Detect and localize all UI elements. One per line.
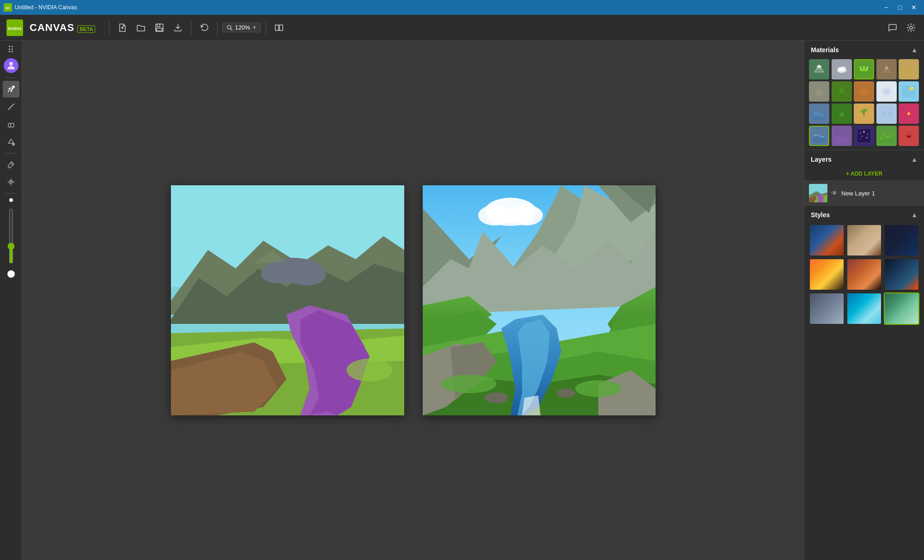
material-ice[interactable] bbox=[876, 103, 897, 124]
close-button[interactable]: ✕ bbox=[907, 1, 920, 14]
pan-tool-button[interactable] bbox=[3, 174, 19, 190]
toolbar-separator-2 bbox=[191, 21, 191, 35]
svg-marker-61 bbox=[522, 396, 541, 415]
svg-point-109 bbox=[907, 112, 910, 115]
svg-rect-102 bbox=[813, 113, 826, 120]
svg-point-117 bbox=[860, 133, 861, 134]
style-item-6[interactable] bbox=[884, 258, 919, 291]
svg-text:NVIDIA: NVIDIA bbox=[8, 26, 22, 31]
material-tree[interactable] bbox=[832, 103, 852, 124]
layers-collapse-button[interactable]: ▲ bbox=[911, 156, 918, 163]
layer-thumbnail bbox=[809, 184, 827, 202]
style-cloudy-img bbox=[847, 225, 881, 256]
style-dark-img bbox=[885, 225, 918, 256]
brush-tool-button[interactable] bbox=[3, 81, 19, 97]
svg-line-10 bbox=[231, 29, 232, 30]
svg-point-63 bbox=[557, 389, 575, 398]
maximize-button[interactable]: □ bbox=[894, 1, 906, 14]
color-picker-button[interactable] bbox=[3, 156, 19, 173]
material-beach-icon bbox=[857, 107, 870, 120]
material-water[interactable] bbox=[809, 103, 829, 124]
compare-icon bbox=[274, 23, 284, 32]
open-file-button[interactable] bbox=[133, 19, 149, 36]
style-item-1[interactable] bbox=[809, 224, 845, 256]
settings-icon bbox=[906, 23, 916, 32]
result-panel bbox=[423, 185, 656, 415]
svg-point-113 bbox=[910, 112, 913, 115]
material-flowers[interactable] bbox=[899, 103, 919, 124]
material-lake-icon bbox=[813, 129, 826, 142]
style-item-4[interactable] bbox=[809, 258, 845, 291]
export-button[interactable] bbox=[170, 19, 186, 36]
materials-collapse-button[interactable]: ▲ bbox=[911, 46, 918, 54]
svg-point-27 bbox=[289, 265, 326, 286]
drawing-panel[interactable] bbox=[171, 185, 404, 415]
svg-rect-16 bbox=[8, 123, 14, 127]
titlebar-title: Untitled - NVIDIA Canvas bbox=[15, 4, 77, 11]
material-mountain-snow[interactable] bbox=[809, 59, 829, 79]
material-green-hills[interactable] bbox=[876, 126, 897, 146]
nvidia-logo: NVIDIA bbox=[6, 18, 24, 37]
save-file-button[interactable] bbox=[151, 19, 168, 36]
material-flowers-icon bbox=[902, 107, 915, 120]
right-sidebar: Materials ▲ bbox=[804, 41, 924, 560]
svg-point-26 bbox=[261, 265, 293, 283]
svg-point-83 bbox=[908, 70, 911, 71]
material-green-hills-icon bbox=[880, 129, 893, 142]
material-cloud[interactable] bbox=[832, 59, 852, 79]
svg-point-96 bbox=[886, 91, 888, 92]
style-misty-img bbox=[810, 293, 844, 324]
material-beach[interactable] bbox=[854, 103, 874, 124]
drawing-canvas-svg[interactable] bbox=[171, 185, 404, 415]
material-grass[interactable] bbox=[854, 59, 874, 79]
material-stars[interactable] bbox=[854, 126, 874, 146]
style-item-9[interactable] bbox=[884, 292, 919, 325]
material-bush[interactable] bbox=[832, 81, 852, 102]
tools-menu-dots[interactable]: ⠿ bbox=[7, 44, 14, 55]
svg-point-18 bbox=[12, 143, 15, 146]
material-sky[interactable] bbox=[899, 81, 919, 102]
fill-tool-button[interactable] bbox=[3, 134, 19, 150]
toolbar-separator-3 bbox=[217, 21, 218, 35]
style-item-2[interactable] bbox=[846, 224, 882, 256]
material-sky-icon bbox=[902, 85, 915, 98]
material-purple-ground[interactable] bbox=[832, 126, 852, 146]
svg-point-64 bbox=[441, 375, 497, 393]
line-tool-button[interactable] bbox=[3, 98, 19, 115]
material-asian-building[interactable] bbox=[899, 126, 919, 146]
settings-button[interactable] bbox=[904, 20, 918, 35]
svg-point-84 bbox=[912, 69, 913, 70]
undo-button[interactable] bbox=[196, 19, 213, 36]
style-item-3[interactable] bbox=[884, 224, 919, 256]
materials-panel-header: Materials ▲ bbox=[804, 41, 924, 57]
compare-button[interactable] bbox=[271, 19, 287, 36]
canvas-label: CANVAS bbox=[30, 22, 74, 34]
zoom-control[interactable]: 120% ▼ bbox=[222, 23, 261, 32]
styles-collapse-button[interactable]: ▲ bbox=[911, 211, 918, 219]
material-rock[interactable] bbox=[809, 81, 829, 102]
style-item-8[interactable] bbox=[846, 292, 882, 325]
material-sand[interactable] bbox=[899, 59, 919, 79]
style-item-7[interactable] bbox=[809, 292, 845, 325]
brush-size-slider[interactable] bbox=[7, 208, 15, 264]
avatar-icon bbox=[6, 60, 17, 71]
material-mountain[interactable] bbox=[876, 59, 897, 79]
user-avatar[interactable] bbox=[4, 58, 18, 73]
layers-panel-header: Layers ▲ bbox=[804, 150, 924, 167]
style-item-5[interactable] bbox=[846, 258, 882, 291]
minimize-button[interactable]: − bbox=[880, 1, 893, 14]
layer-visibility-icon[interactable]: 👁 bbox=[831, 189, 838, 197]
material-asian-building-icon bbox=[902, 129, 915, 142]
material-desert-rock[interactable] bbox=[854, 81, 874, 102]
material-lake[interactable] bbox=[809, 126, 829, 146]
new-file-button[interactable] bbox=[114, 19, 131, 36]
eraser-tool-button[interactable] bbox=[3, 116, 19, 133]
style-ocean-night-img bbox=[885, 259, 918, 290]
add-layer-button[interactable]: + ADD LAYER bbox=[804, 167, 924, 181]
chat-button[interactable] bbox=[885, 20, 900, 35]
layer-item[interactable]: 👁 New Layer 1 bbox=[804, 181, 924, 205]
material-snow[interactable] bbox=[876, 81, 897, 102]
style-tropical-img bbox=[847, 293, 881, 324]
brush-size-indicator-large bbox=[7, 270, 15, 278]
svg-point-9 bbox=[227, 25, 231, 29]
